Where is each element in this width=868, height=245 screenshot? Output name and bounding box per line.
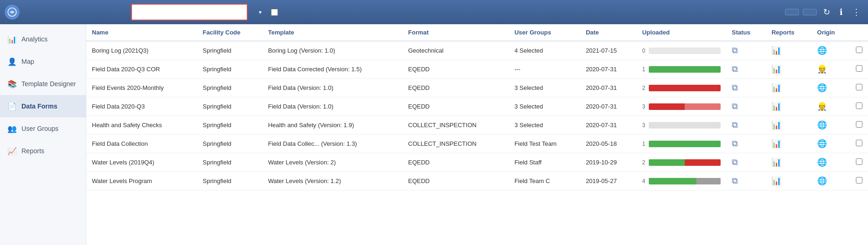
globe-icon[interactable]: 🌐	[817, 177, 827, 185]
sidebar-item-user-groups[interactable]: 👥 User Groups	[0, 117, 86, 140]
row-select-checkbox[interactable]	[856, 140, 862, 146]
copy-icon[interactable]: ⧉	[732, 102, 738, 111]
row-0-origin[interactable]: 🌐	[812, 41, 850, 60]
row-7-uploaded: 4	[637, 172, 726, 191]
row-5-origin[interactable]: 🌐	[812, 135, 850, 153]
row-select-checkbox[interactable]	[856, 177, 862, 184]
copy-icon[interactable]: ⧉	[732, 139, 738, 148]
more-options-button[interactable]: ⋮	[849, 5, 863, 19]
copy-icon[interactable]: ⧉	[732, 176, 738, 185]
row-0-reports[interactable]: 📊	[766, 41, 812, 60]
row-7-origin[interactable]: 🌐	[812, 172, 850, 191]
row-4-origin[interactable]: 🌐	[812, 116, 850, 135]
row-6-status[interactable]: ⧉	[726, 153, 766, 172]
sidebar-item-data-forms[interactable]: 📄 Data Forms	[0, 95, 86, 117]
reports-icon[interactable]: 📊	[771, 177, 781, 185]
person-icon[interactable]: 👷	[817, 65, 827, 74]
row-3-checkbox-cell[interactable]	[850, 97, 868, 116]
row-1-reports[interactable]: 📊	[766, 60, 812, 79]
row-1-status[interactable]: ⧉	[726, 60, 766, 79]
reports-icon[interactable]: 📊	[771, 46, 781, 55]
copy-icon[interactable]: ⧉	[732, 83, 738, 92]
reports-icon[interactable]: 📊	[771, 65, 781, 74]
col-header-reports[interactable]: Reports	[766, 24, 812, 41]
col-header-origin[interactable]: Origin	[812, 24, 850, 41]
col-header-status[interactable]: Status	[726, 24, 766, 41]
row-select-checkbox[interactable]	[856, 65, 862, 72]
sidebar-item-template-designer[interactable]: 📚 Template Designer	[0, 73, 86, 95]
globe-icon[interactable]: 🌐	[817, 139, 827, 148]
row-3-origin[interactable]: 👷	[812, 97, 850, 116]
globe-icon[interactable]: 🌐	[817, 83, 827, 92]
col-header-template[interactable]: Template	[263, 24, 403, 41]
row-3-status[interactable]: ⧉	[726, 97, 766, 116]
row-6-reports[interactable]: 📊	[766, 153, 812, 172]
row-2-origin[interactable]: 🌐	[812, 79, 850, 97]
row-3-reports[interactable]: 📊	[766, 97, 812, 116]
row-7-reports[interactable]: 📊	[766, 172, 812, 191]
copy-icon[interactable]: ⧉	[732, 157, 738, 167]
row-7-checkbox-cell[interactable]	[850, 172, 868, 191]
row-0-template: Boring Log (Version: 1.0)	[263, 41, 403, 60]
sidebar-label-analytics: Analytics	[21, 35, 48, 43]
row-1-origin[interactable]: 👷	[812, 60, 850, 79]
show-complete-checkbox[interactable]	[271, 9, 278, 16]
row-5-reports[interactable]: 📊	[766, 135, 812, 153]
reports-icon[interactable]: 📊	[771, 158, 781, 167]
row-0-checkbox-cell[interactable]	[850, 41, 868, 60]
reports-icon[interactable]: 📊	[771, 83, 781, 92]
row-select-checkbox[interactable]	[856, 102, 862, 109]
row-1-checkbox-cell[interactable]	[850, 60, 868, 79]
sidebar-label-reports: Reports	[21, 147, 44, 155]
row-5-status[interactable]: ⧉	[726, 135, 766, 153]
col-header-format[interactable]: Format	[403, 24, 509, 41]
row-6-checkbox-cell[interactable]	[850, 153, 868, 172]
row-4-status[interactable]: ⧉	[726, 116, 766, 135]
table-row: Health and Safety ChecksSpringfieldHealt…	[86, 116, 868, 135]
copy-icon[interactable]: ⧉	[732, 64, 738, 74]
info-button[interactable]: ℹ	[837, 5, 846, 19]
col-header-name[interactable]: Name	[86, 24, 197, 41]
col-header-uploaded[interactable]: Uploaded	[637, 24, 726, 41]
row-2-reports[interactable]: 📊	[766, 79, 812, 97]
row-select-checkbox[interactable]	[856, 47, 862, 53]
sidebar-item-reports[interactable]: 📈 Reports	[0, 140, 86, 162]
row-7-template: Water Levels (Version: 1.2)	[263, 172, 403, 191]
row-4-format: COLLECT_INSPECTION	[403, 116, 509, 135]
row-5-checkbox-cell[interactable]	[850, 135, 868, 153]
col-header-user_groups[interactable]: User Groups	[509, 24, 580, 41]
row-2-status[interactable]: ⧉	[726, 79, 766, 97]
row-7-status[interactable]: ⧉	[726, 172, 766, 191]
person-icon[interactable]: 👷	[817, 102, 827, 111]
reports-icon[interactable]: 📊	[771, 121, 781, 129]
row-select-checkbox[interactable]	[856, 158, 862, 165]
globe-icon[interactable]: 🌐	[817, 158, 827, 167]
copy-icon[interactable]: ⧉	[732, 120, 738, 129]
search-box[interactable]	[131, 4, 248, 20]
row-4-name: Health and Safety Checks	[86, 116, 197, 135]
data-correction-button[interactable]	[785, 9, 799, 15]
new-button[interactable]	[803, 9, 817, 15]
sidebar-item-analytics[interactable]: 📊 Analytics	[0, 28, 86, 50]
show-complete-toggle[interactable]	[271, 9, 281, 16]
row-select-checkbox[interactable]	[856, 84, 862, 90]
row-2-checkbox-cell[interactable]	[850, 79, 868, 97]
reports-icon[interactable]: 📊	[771, 139, 781, 148]
row-4-reports[interactable]: 📊	[766, 116, 812, 135]
reports-icon[interactable]: 📊	[771, 102, 781, 111]
col-header-date[interactable]: Date	[580, 24, 637, 41]
row-4-checkbox-cell[interactable]	[850, 116, 868, 135]
globe-icon[interactable]: 🌐	[817, 121, 827, 129]
search-input[interactable]	[136, 8, 243, 16]
row-6-origin[interactable]: 🌐	[812, 153, 850, 172]
row-select-checkbox[interactable]	[856, 121, 862, 128]
sidebar-item-map[interactable]: 👤 Map	[0, 50, 86, 73]
globe-icon[interactable]: 🌐	[817, 46, 827, 55]
group-by-button[interactable]: ▼	[256, 10, 263, 15]
row-5-date: 2020-05-18	[580, 135, 637, 153]
refresh-button[interactable]: ↻	[820, 5, 833, 19]
col-header-facility_code[interactable]: Facility Code	[197, 24, 263, 41]
row-0-status[interactable]: ⧉	[726, 41, 766, 60]
row-1-date: 2020-07-31	[580, 60, 637, 79]
copy-icon[interactable]: ⧉	[732, 46, 738, 55]
